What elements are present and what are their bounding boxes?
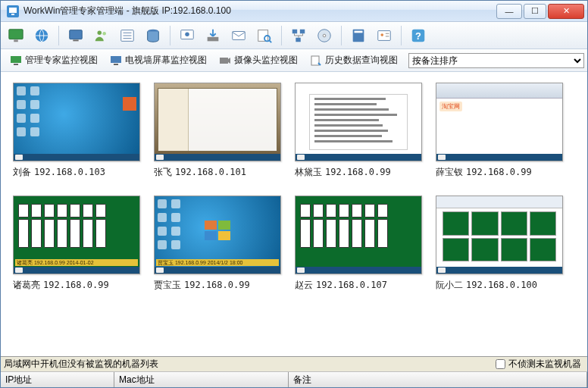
minimize-button[interactable]: — (496, 4, 522, 19)
svg-rect-37 (111, 56, 121, 63)
thumbnail[interactable]: 贾宝玉 192.168.0.99 2014/1/2 18:00贾宝玉192.16… (154, 196, 281, 292)
svg-rect-40 (311, 56, 319, 65)
history-icon (310, 55, 322, 67)
svg-point-30 (380, 33, 383, 36)
svg-rect-28 (355, 30, 363, 33)
app-icon (7, 5, 19, 17)
app-window: WorkWin管理专家管理端 - 旗舰版 IP:192.168.0.100 — … (0, 0, 588, 388)
thumbnail[interactable]: 赵云192.168.0.107 (295, 196, 422, 292)
camera-icon (219, 55, 231, 67)
monitor-icon[interactable] (5, 25, 27, 46)
sort-select-container: 按备注排序 (408, 53, 584, 68)
thumbnail[interactable]: 林黛玉192.168.0.99 (295, 83, 422, 179)
tab-camera[interactable]: 摄像头监控视图 (213, 52, 304, 69)
thumbnail[interactable]: 张飞192.168.0.101 (154, 83, 281, 179)
book-icon[interactable] (348, 25, 369, 46)
thumbnail-caption: 林黛玉192.168.0.99 (295, 166, 422, 179)
thumbnail-caption: 张飞192.168.0.101 (154, 166, 281, 179)
thumbnail-caption: 诸葛亮192.168.0.99 (13, 279, 140, 292)
screenshot-preview[interactable] (295, 196, 422, 274)
svg-point-26 (323, 34, 326, 37)
network-icon[interactable] (288, 25, 309, 46)
thumbnail[interactable]: 阮小二192.168.0.100 (436, 196, 563, 292)
disc-icon[interactable] (314, 25, 335, 46)
footer-panel: 局域网中开机但没有被监视的机器列表 不侦测未监视机器 IP地址 Mac地址 备注 (1, 356, 587, 387)
help-icon[interactable]: ? (408, 25, 429, 46)
svg-rect-23 (300, 29, 305, 33)
tab-expert-monitor[interactable]: 管理专家监控视图 (4, 52, 104, 69)
svg-rect-17 (208, 36, 219, 41)
svg-rect-38 (114, 64, 118, 65)
svg-rect-1 (9, 8, 17, 13)
search-icon[interactable] (254, 25, 275, 46)
screenshot-preview[interactable] (295, 83, 422, 161)
thumbnail[interactable]: 淘宝网薛宝钗192.168.0.99 (436, 83, 563, 179)
titlebar[interactable]: WorkWin管理专家管理端 - 旗舰版 IP:192.168.0.100 — … (1, 1, 587, 22)
users-icon[interactable] (91, 25, 112, 46)
screenshot-preview[interactable] (436, 196, 563, 274)
no-detect-checkbox-input[interactable] (496, 359, 505, 369)
svg-point-8 (98, 30, 102, 35)
svg-text:?: ? (415, 30, 421, 41)
download-icon[interactable] (202, 25, 224, 46)
svg-rect-6 (70, 30, 83, 39)
tab-history[interactable]: 历史数据查询视图 (304, 52, 404, 69)
svg-rect-43 (205, 231, 217, 240)
col-ip[interactable]: IP地址 (1, 372, 114, 387)
database-icon[interactable] (142, 25, 164, 46)
thumbnail[interactable]: 诸葛亮 192.168.0.99 2014-01-02诸葛亮192.168.0.… (13, 196, 140, 292)
close-button[interactable]: ✕ (548, 4, 584, 19)
tab-label: 历史数据查询视图 (325, 54, 398, 67)
monitor2-icon[interactable] (177, 25, 198, 46)
thumbnail-caption: 薛宝钗192.168.0.99 (436, 166, 563, 179)
svg-rect-35 (11, 56, 21, 63)
thumbnail-caption: 赵云192.168.0.107 (295, 279, 422, 292)
tab-label: 摄像头监控视图 (234, 54, 298, 67)
svg-rect-2 (11, 14, 14, 15)
screenshot-preview[interactable] (154, 83, 281, 161)
screenshot-preview[interactable]: 诸葛亮 192.168.0.99 2014-01-02 (13, 196, 140, 274)
tab-tvwall[interactable]: 电视墙屏幕监控视图 (104, 52, 213, 69)
globe-icon[interactable] (31, 25, 52, 46)
col-note[interactable]: 备注 (289, 372, 587, 387)
svg-rect-4 (14, 39, 18, 42)
thumbnail-caption: 刘备192.168.0.103 (13, 166, 140, 179)
tab-label: 管理专家监控视图 (25, 54, 98, 67)
screen-icon[interactable] (65, 25, 86, 46)
id-icon[interactable] (374, 25, 395, 46)
svg-rect-7 (73, 39, 78, 41)
svg-rect-44 (218, 231, 230, 240)
svg-rect-3 (9, 29, 23, 39)
col-mac[interactable]: Mac地址 (114, 372, 289, 387)
thumbnail[interactable]: 刘备192.168.0.103 (13, 83, 140, 179)
svg-point-16 (185, 32, 189, 36)
svg-rect-42 (218, 221, 230, 230)
thumbnail-caption: 阮小二192.168.0.100 (436, 279, 563, 292)
no-detect-checkbox[interactable]: 不侦测未监视机器 (496, 358, 587, 371)
view-tabs: 管理专家监控视图 电视墙屏幕监控视图 摄像头监控视图 历史数据查询视图 按备注排… (1, 49, 587, 72)
footer-title: 局域网中开机但没有被监视的机器列表 (1, 358, 496, 371)
window-title: WorkWin管理专家管理端 - 旗舰版 IP:192.168.0.100 (23, 5, 495, 17)
footer-table-header: IP地址 Mac地址 备注 (1, 372, 587, 387)
maximize-button[interactable]: ☐ (524, 4, 546, 19)
thumbnail-area[interactable]: 刘备192.168.0.103张飞192.168.0.101林黛玉192.168… (1, 72, 587, 356)
svg-rect-22 (292, 29, 297, 33)
screenshot-preview[interactable] (13, 83, 140, 161)
monitor-small-icon (10, 55, 22, 67)
svg-rect-18 (233, 31, 246, 39)
list-icon[interactable] (117, 25, 138, 46)
thumbnail-caption: 贾宝玉192.168.0.99 (154, 279, 281, 292)
main-toolbar: ? (1, 22, 587, 49)
svg-rect-41 (205, 221, 217, 230)
svg-rect-36 (14, 64, 18, 65)
svg-rect-39 (220, 58, 228, 64)
screenshot-preview[interactable]: 贾宝玉 192.168.0.99 2014/1/2 18:00 (154, 196, 281, 274)
svg-line-21 (269, 40, 271, 42)
sort-select[interactable]: 按备注排序 (408, 53, 584, 68)
svg-rect-29 (378, 30, 391, 40)
screenshot-preview[interactable]: 淘宝网 (436, 83, 563, 161)
mail-icon[interactable] (228, 25, 249, 46)
tvwall-icon (110, 55, 122, 67)
svg-rect-24 (296, 37, 300, 42)
svg-point-9 (102, 31, 106, 35)
